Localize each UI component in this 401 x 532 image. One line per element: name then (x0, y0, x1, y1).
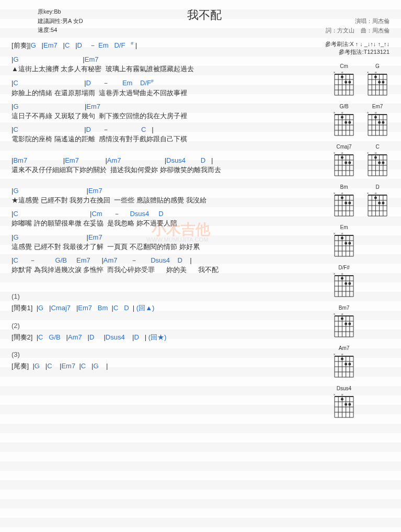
svg-point-206 (348, 403, 351, 406)
svg-text:o: o (341, 272, 343, 275)
diagram-row: Am7 x o (332, 345, 389, 378)
svg-point-127 (378, 202, 381, 205)
chord-diagram-D: D x o (365, 184, 389, 217)
svg-text:o: o (341, 111, 343, 114)
chord-line: |G |Em7 (12, 102, 311, 111)
svg-point-173 (341, 318, 343, 320)
pattern-info: 參考刷法:X ↑ ↓ _↓↑↓ ↑_↑↓ 參考指法:T1213121 (285, 40, 389, 56)
svg-point-94 (382, 162, 384, 164)
lyric-line: 妳臉上的情緒 在還原那場雨 這巷弄太過彎曲走不回故事裡 (12, 88, 311, 98)
svg-point-77 (341, 156, 343, 159)
svg-text:o: o (375, 111, 377, 114)
lyric-line: 這感覺 已經不對 我最後才了解 一頁頁 不忍翻閱的情節 妳好累 (12, 242, 311, 252)
svg-point-158 (348, 282, 351, 285)
chord-diagram-Em7: Em7 x o (365, 104, 389, 137)
header: 原key:Bb 建議調性:男A 女D 速度:54 我不配 演唱：周杰倫 詞：方文… (12, 7, 389, 35)
svg-point-191 (345, 363, 347, 366)
diagram-row: Bm x o D (332, 184, 389, 217)
svg-point-190 (348, 363, 351, 366)
line-block: |G |Em7這日子不再綠 又斑駁了幾句 剩下搬空回憶的我在大房子裡 (12, 102, 311, 121)
svg-text:o: o (341, 353, 343, 356)
chord-label: Em7 (365, 104, 389, 109)
chord-line: |C |D － Em D/F# (12, 78, 311, 88)
chord-diagram-DF: D/F# x o (332, 265, 356, 298)
svg-point-157 (341, 277, 343, 280)
svg-point-61 (374, 116, 377, 119)
chord-label: G (365, 63, 389, 69)
svg-point-93 (374, 156, 377, 159)
svg-point-174 (348, 323, 351, 325)
svg-text:o: o (341, 232, 343, 235)
chord-label: G/B (332, 104, 356, 109)
chord-line: |C － G/B Em7 |Am7 － Dsus4 D | (12, 256, 311, 265)
chord-diagram-Bm: Bm x o (332, 184, 356, 217)
svg-text:x: x (334, 111, 335, 114)
svg-text:x: x (334, 393, 335, 396)
svg-point-15 (345, 81, 347, 84)
svg-point-189 (341, 358, 343, 360)
svg-text:o: o (341, 312, 343, 315)
diagram-row: G/B x o Em7 (332, 104, 389, 137)
chord-label: Am7 (332, 345, 356, 351)
svg-point-205 (341, 398, 343, 401)
svg-text:o: o (375, 71, 377, 74)
page-content: 原key:Bb 建議調性:男A 女D 速度:54 我不配 演唱：周杰倫 詞：方文… (0, 0, 401, 426)
svg-text:x: x (334, 151, 335, 154)
svg-point-29 (374, 76, 377, 78)
lyric-line: ▲這街上太擁擠 太多人有秘密 玻璃上有霧氣誰被隱藏起過去 (12, 64, 311, 74)
chord-label: Bm (332, 184, 356, 190)
line-block: |G |Em7▲這街上太擁擠 太多人有秘密 玻璃上有霧氣誰被隱藏起過去 (12, 55, 311, 74)
svg-point-63 (378, 121, 381, 124)
outro-line: [間奏1] |G |Cmaj7 |Em7 Bm |C D | (回▲) (12, 303, 311, 313)
svg-point-14 (348, 81, 351, 84)
chord-line: |Bm7 |Em7 |Am7 |Dsus4 D | (12, 156, 311, 165)
verse1: |G |Em7▲這街上太擁擠 太多人有秘密 玻璃上有霧氣誰被隱藏起過去|C |D… (12, 55, 311, 144)
intro-line: [前奏]|G |Em7 |C |D － Em D/F # | (12, 40, 311, 51)
strum-pattern: 參考刷法:X ↑ ↓ _↓↑↓ ↑_↑↓ (285, 40, 389, 48)
svg-point-141 (341, 237, 343, 240)
svg-text:o: o (341, 393, 343, 396)
section-number: (2) (12, 322, 311, 330)
song-title: 我不配 (83, 7, 326, 23)
pick-pattern: 參考指法:T1213121 (285, 48, 389, 56)
outro-line: [尾奏] |G |C |Em7 |C |G | (12, 361, 311, 371)
svg-point-13 (341, 76, 343, 78)
line-block: |C － G/B Em7 |Am7 － Dsus4 D |妳默背 為我掉過幾次淚… (12, 256, 311, 275)
lyric-line: 這日子不再綠 又斑駁了幾句 剩下搬空回憶的我在大房子裡 (12, 111, 311, 121)
svg-text:o: o (375, 191, 377, 195)
line-block: |G |Em7★這感覺 已經不對 我努力在挽回 一些些 應該體貼的感覺 我沒給 (12, 186, 311, 205)
chord-line: |C |D － C | (12, 125, 311, 134)
chord-line: |C |Cm － Dsus4 D (12, 209, 311, 219)
svg-point-31 (378, 81, 381, 84)
chord-diagram-Cmaj7: Cmaj7 x o (332, 144, 356, 177)
outro-line: [間奏2] |C G/B |Am7 |D |Dsus4 |D | (回★) (12, 333, 311, 342)
svg-text:o: o (341, 71, 343, 74)
svg-text:o: o (375, 151, 377, 154)
watermark-url: WWW.MUMUJITA.COM (146, 236, 208, 243)
svg-point-125 (374, 197, 377, 199)
svg-point-109 (341, 197, 343, 199)
svg-text:o: o (341, 191, 343, 195)
lyric-line: ★這感覺 已經不對 我努力在挽回 一些些 應該體貼的感覺 我沒給 (12, 196, 311, 205)
svg-point-110 (348, 202, 351, 205)
chord-label: C (365, 144, 389, 150)
chord-label: Cm (332, 63, 356, 69)
diagram-row: Dsus4 x o (332, 386, 389, 418)
line-block: |C |D － C |電影院的座椅 隔遙遠的距離 感情沒有對手戲妳跟自己下棋 (12, 125, 311, 144)
suggested-key: 建議調性:男A 女D (38, 17, 83, 26)
chord-label: Bm7 (332, 305, 356, 311)
svg-text:x: x (334, 353, 335, 356)
chord-label: Cmaj7 (332, 144, 356, 150)
chord-diagram-G: G x o (365, 63, 389, 96)
svg-point-79 (345, 162, 347, 164)
chord-line: |G |Em7 (12, 186, 311, 196)
svg-text:x: x (367, 191, 369, 195)
svg-text:x: x (334, 191, 335, 195)
lyric-line: 還來不及仔仔細細寫下妳的關於 描述我如何愛妳 妳卻微笑的離我而去 (12, 165, 311, 175)
svg-text:x: x (334, 232, 335, 235)
svg-point-159 (345, 282, 347, 285)
chord-label: Dsus4 (332, 386, 356, 391)
svg-point-62 (382, 121, 384, 124)
meta-right: 演唱：周杰倫 詞：方文山 曲：周杰倫 (326, 7, 389, 35)
diagram-row: Em x o (332, 224, 389, 257)
